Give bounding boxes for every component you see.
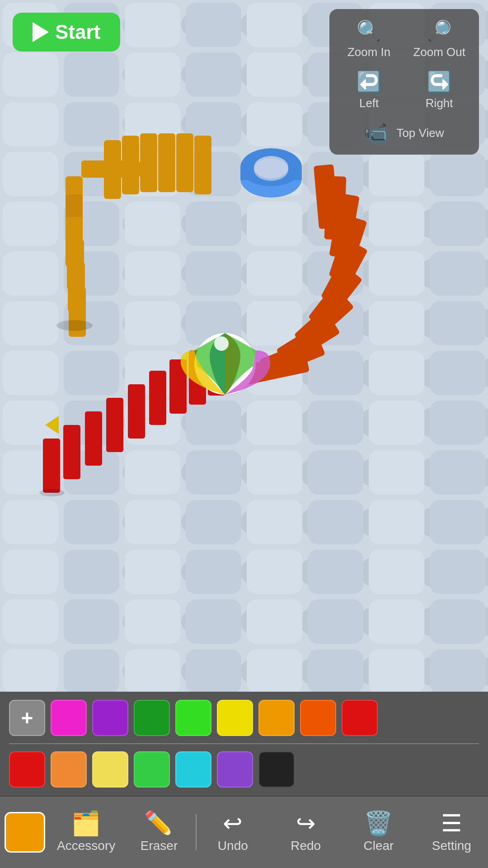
tile (247, 152, 302, 196)
zoom-out-button[interactable]: 🔎 Zoom Out (406, 15, 473, 63)
tile (369, 599, 424, 644)
game-area[interactable]: Start 🔍 Zoom In 🔎 Zoom Out ↩️ Left ↪️ Ri… (0, 0, 488, 692)
color-swatch-red[interactable] (342, 700, 378, 736)
tile (247, 52, 302, 97)
top-view-label: Top View (396, 126, 444, 140)
eraser-label: Eraser (141, 839, 178, 853)
tile (430, 450, 485, 495)
tile (3, 52, 58, 97)
tile (430, 599, 485, 644)
color-swatch-magenta[interactable] (51, 700, 87, 736)
tile (64, 251, 119, 296)
color-swatch-black[interactable] (258, 751, 295, 788)
tile (3, 649, 58, 692)
tile (247, 251, 302, 296)
tile (247, 500, 302, 544)
tile (3, 599, 58, 644)
accessory-button[interactable]: 🗂️ Accessory (50, 797, 122, 868)
eraser-icon: ✏️ (144, 811, 174, 835)
color-swatch-lime[interactable] (175, 700, 211, 736)
tile (430, 152, 485, 196)
tile (247, 102, 302, 146)
tile (64, 301, 119, 345)
tile (308, 401, 363, 445)
redo-label: Redo (291, 839, 321, 853)
tile (247, 450, 302, 495)
color-swatch-red2[interactable] (9, 751, 45, 788)
color-swatch-orange-red[interactable] (300, 700, 336, 736)
tile (186, 3, 241, 47)
palette-divider (9, 743, 479, 744)
start-button[interactable]: Start (13, 13, 120, 52)
tile (64, 450, 119, 495)
camera-controls: 🔍 Zoom In 🔎 Zoom Out ↩️ Left ↪️ Right 📹 … (329, 9, 479, 155)
setting-label: Setting (432, 839, 471, 853)
zoom-in-button[interactable]: 🔍 Zoom In (336, 15, 403, 63)
tile (369, 202, 424, 246)
tile (64, 351, 119, 395)
color-swatch-violet[interactable] (217, 751, 253, 788)
tile (125, 202, 180, 246)
selected-color-item[interactable] (0, 797, 50, 868)
setting-button[interactable]: ☰ Setting (415, 797, 488, 868)
tile (369, 649, 424, 692)
tile (186, 202, 241, 246)
accessory-icon: 🗂️ (71, 811, 101, 835)
tile (430, 301, 485, 345)
tile (186, 450, 241, 495)
tile (3, 152, 58, 196)
rotate-left-icon: ↩️ (357, 70, 381, 94)
redo-button[interactable]: ↪ Redo (269, 797, 342, 868)
tile (430, 550, 485, 594)
play-icon (33, 22, 49, 42)
tile (64, 599, 119, 644)
redo-icon: ↪ (296, 811, 316, 835)
color-swatch-dark-green[interactable] (134, 700, 170, 736)
tile (125, 649, 180, 692)
tile (247, 599, 302, 644)
color-swatch-green2[interactable] (134, 751, 170, 788)
plus-icon: + (21, 708, 33, 728)
tile (3, 202, 58, 246)
tile (64, 152, 119, 196)
tile (430, 202, 485, 246)
tile (369, 152, 424, 196)
tile (186, 52, 241, 97)
tile (369, 450, 424, 495)
clear-label: Clear (364, 839, 394, 853)
tile (64, 102, 119, 146)
tile (186, 102, 241, 146)
rotate-left-button[interactable]: ↩️ Left (336, 66, 403, 114)
rotate-right-button[interactable]: ↪️ Right (406, 66, 473, 114)
tile (186, 599, 241, 644)
color-swatch-yellow[interactable] (217, 700, 253, 736)
tile (308, 202, 363, 246)
color-swatch-orange[interactable] (258, 700, 295, 736)
zoom-out-label: Zoom Out (413, 45, 465, 59)
color-swatch-cyan[interactable] (175, 751, 211, 788)
tile (247, 202, 302, 246)
left-label: Left (359, 96, 379, 110)
add-color-button[interactable]: + (9, 700, 45, 736)
undo-button[interactable]: ↩ Undo (197, 797, 269, 868)
tile (125, 3, 180, 47)
tile (64, 52, 119, 97)
top-view-button[interactable]: 📹 Top View (336, 118, 473, 148)
tile (186, 152, 241, 196)
color-swatch-yellow2[interactable] (92, 751, 128, 788)
tile (64, 649, 119, 692)
tile (308, 301, 363, 345)
tile (125, 351, 180, 395)
tile (369, 550, 424, 594)
color-swatch-orange2[interactable] (51, 751, 87, 788)
clear-button[interactable]: 🗑️ Clear (342, 797, 415, 868)
selected-color-swatch (5, 812, 45, 853)
tile (3, 251, 58, 296)
color-swatch-purple[interactable] (92, 700, 128, 736)
tile (3, 550, 58, 594)
tile (430, 351, 485, 395)
eraser-button[interactable]: ✏️ Eraser (122, 797, 195, 868)
tile (3, 301, 58, 345)
tile (64, 202, 119, 246)
tile (3, 401, 58, 445)
